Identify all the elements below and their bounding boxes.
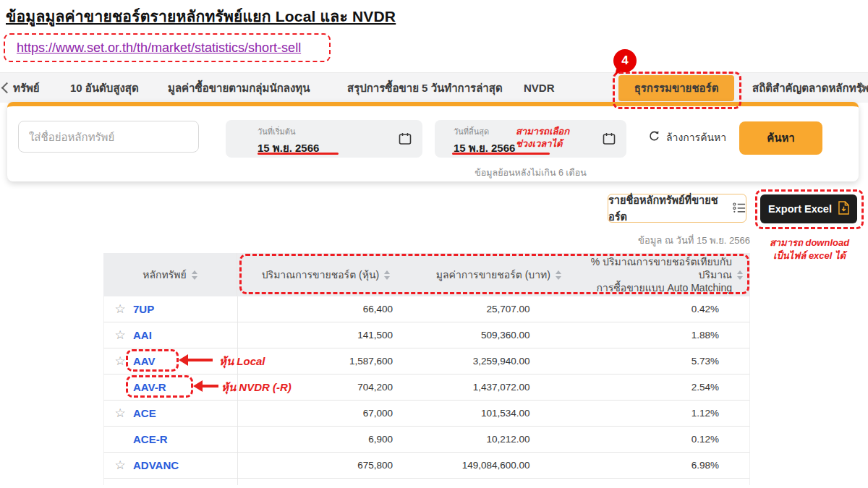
sort-icon[interactable] [192,270,197,280]
chevron-left-icon [1,82,13,94]
date-to-underline-annotation [452,153,550,155]
filter-card: วันที่เริ่มต้น 15 พ.ย. 2566 วันที่สิ้นสุ… [7,102,859,181]
table-row: ACE-R 6,900 10,212.00 0.12% [103,427,750,453]
tab-top-10[interactable]: 10 อันดับสูงสุด [70,73,139,103]
value-cell: 25,707.00 [414,296,570,322]
symbol-link[interactable]: AAV-R [133,381,166,393]
short-sell-page: ข้อมูลมูลค่าขายชอร์ตรายหลักทรัพย์แยก Loc… [0,0,868,488]
table-row-partial [103,479,750,485]
short-sell-table: หลักทรัพย์ ปริมาณการขายชอร์ต (หุ้น) มูลค… [103,253,750,485]
col-volume[interactable]: ปริมาณการขายชอร์ต (หุ้น) [237,253,414,296]
tab-investor-group-value[interactable]: มูลค่าซื้อขายตามกลุ่มนักลงทุน [168,73,310,103]
sort-icon[interactable] [556,270,561,280]
set-url-link[interactable]: https://www.set.or.th/th/market/statisti… [17,40,301,56]
pct-cell: 0.42% [570,296,749,322]
export-excel-button[interactable]: Export Excel [760,194,857,223]
favorite-star-icon[interactable] [113,328,127,343]
search-button[interactable]: ค้นหา [739,121,822,155]
symbol-link[interactable]: ADVANC [133,459,179,471]
tab-short-sell-active[interactable]: ธุรกรรมขายชอร์ต [618,75,734,101]
value-cell: 509,360.00 [414,322,570,348]
tabs-scroll-right[interactable] [856,73,864,103]
chevron-right-icon [855,82,867,94]
value-cell: 101,534.00 [414,401,570,426]
volume-cell: 675,800 [238,453,414,478]
pct-cell: 1.88% [570,322,749,348]
date-from-underline-annotation [258,153,339,155]
table-row: ADVANC 675,800 149,084,600.00 6.98% [103,453,750,479]
download-annotation: สามารถ download เป็นไฟล์ excel ได้ [752,236,867,262]
nvdr-annotation: หุ้น NVDR (-R) [221,379,292,396]
value-cell: 3,259,940.00 [414,348,570,374]
volume-cell: 67,000 [238,401,414,426]
step-badge: 4 [613,49,637,72]
sort-icon[interactable] [737,270,743,280]
volume-cell: 141,500 [238,322,414,348]
tabs-scroll-left[interactable] [3,73,11,103]
table-row: 7UP 66,400 25,707.00 0.42% [103,296,750,322]
symbol-link[interactable]: ACE [133,407,156,419]
favorite-star-icon[interactable] [113,458,127,473]
symbol-link[interactable]: ACE-R [133,433,168,445]
page-title: ข้อมูลมูลค่าขายชอร์ตรายหลักทรัพย์แยก Loc… [6,4,396,28]
url-annotation-box: https://www.set.or.th/th/market/statisti… [4,33,331,62]
export-file-icon [838,201,849,217]
favorite-star-icon[interactable] [113,301,127,317]
calendar-icon [398,132,412,149]
tab-market-statistics[interactable]: สถิติสำคัญตลาดหลักทรัพย์ [752,73,868,103]
tab-securities[interactable]: ทรัพย์ [13,73,40,103]
pct-cell: 5.73% [570,348,749,374]
value-cell: 1,437,072.00 [414,374,570,400]
table-row: ACE 67,000 101,534.00 1.12% [103,401,750,427]
pct-cell: 0.12% [570,427,749,452]
table-row: AAI 141,500 509,360.00 1.88% [103,322,750,348]
value-cell: 10,212.00 [414,427,570,452]
col-value[interactable]: มูลค่าการขายชอร์ต (บาท) [414,253,570,296]
symbol-link[interactable]: AAI [133,329,152,341]
checklist-icon [733,202,746,215]
col-percent[interactable]: % ปริมาณการขายชอร์ตเทียบกับปริมาณการซื้อ… [570,253,750,296]
tab-nvdr[interactable]: NVDR [524,73,555,103]
local-annotation: หุ้น Local [219,353,265,370]
favorite-star-icon[interactable] [113,354,127,369]
volume-cell: 6,900 [238,427,414,452]
pct-cell: 6.98% [570,453,749,478]
history-limit-note: ข้อมูลย้อนหลังไม่เกิน 6 เดือน [435,166,626,180]
pct-cell: 2.54% [570,374,749,400]
favorite-star-icon[interactable] [113,406,127,421]
table-header: หลักทรัพย์ ปริมาณการขายชอร์ต (หุ้น) มูลค… [103,253,750,296]
pct-cell: 1.12% [570,401,749,426]
value-cell: 149,084,600.00 [414,453,570,478]
table-row: AAV 1,587,600 3,259,940.00 5.73% [103,348,750,374]
table-row: AAV-R 704,200 1,437,072.00 2.54% [103,374,750,401]
tab-bar: ทรัพย์ 10 อันดับสูงสุด มูลค่าซื้อขายตามก… [0,72,868,103]
date-to-field[interactable]: วันที่สิ้นสุด 15 พ.ย. 2566 สามารถเลือก ช… [435,120,626,158]
date-from-field[interactable]: วันที่เริ่มต้น 15 พ.ย. 2566 [226,120,422,158]
volume-cell: 66,400 [238,296,414,322]
refresh-icon [648,130,660,145]
date-range-annotation: สามารถเลือก ช่วงเวลาได้ [516,125,588,150]
col-symbol[interactable]: หลักทรัพย์ [103,253,237,296]
calendar-icon [602,132,616,149]
tab-5-day-summary[interactable]: สรุปการซื้อขาย 5 วันทำการล่าสุด [347,73,503,103]
clear-search-button[interactable]: ล้างการค้นหา [648,129,726,145]
symbol-link[interactable]: AAV [133,355,156,367]
symbol-search-input[interactable] [18,121,199,153]
short-sell-list-button[interactable]: รายชื่อหลักทรัพย์ที่ขายชอร์ต [608,194,746,223]
sort-icon[interactable] [384,270,390,280]
symbol-link[interactable]: 7UP [133,303,154,315]
as-of-date: ข้อมูล ณ วันที่ 15 พ.ย. 2566 [605,233,750,248]
